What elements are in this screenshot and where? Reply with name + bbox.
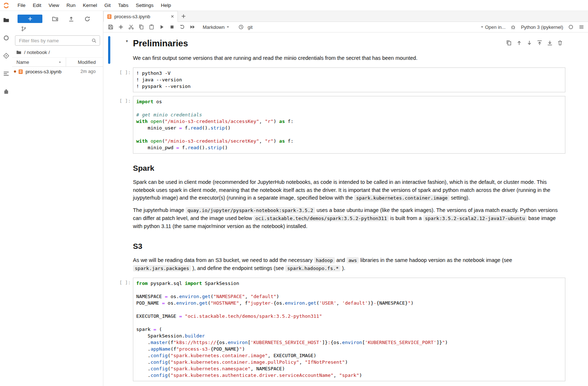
code-editor[interactable]: import os # get minio credentialswith op… xyxy=(133,96,565,154)
inline-code: spark.hadoopo.fs.* xyxy=(285,265,340,271)
markdown-cell[interactable]: SparkSpark can be used in client mode (r… xyxy=(108,157,565,232)
kernel-name-button[interactable]: Python 3 (ipykernel) xyxy=(521,24,563,30)
inline-code: hadoop xyxy=(314,257,335,263)
menu-view[interactable]: View xyxy=(45,0,63,11)
inline-code: aws xyxy=(347,257,359,263)
breadcrumb[interactable]: / notebook / xyxy=(12,46,103,57)
table-of-contents-tab-icon[interactable] xyxy=(3,70,9,77)
move-cell-down-icon[interactable] xyxy=(526,40,532,46)
cell-body: import os # get minio credentialswith op… xyxy=(133,96,565,154)
cell-body: SparkSpark can be used in client mode (r… xyxy=(133,157,565,232)
menu-run[interactable]: Run xyxy=(63,0,79,11)
toolbar-left-icons xyxy=(108,24,200,30)
upload-icon[interactable] xyxy=(68,16,75,22)
interrupt-kernel-icon[interactable] xyxy=(169,24,175,30)
notebook-scroll-area[interactable]: ▼PreliminariesWe can first output some v… xyxy=(103,32,588,386)
file-browser-tab-icon[interactable] xyxy=(3,17,9,23)
code-cell[interactable]: [ ]:from pyspark.sql import SparkSession… xyxy=(108,278,565,381)
heading-collapser-icon[interactable]: ▼ xyxy=(125,39,129,43)
menu-edit[interactable]: Edit xyxy=(29,0,45,11)
sort-ascending-icon[interactable] xyxy=(58,60,62,64)
debugger-bug-icon[interactable] xyxy=(510,24,516,30)
tab-process-s3[interactable]: process-s3.ipynb xyxy=(103,11,178,22)
cell-selection-bar xyxy=(108,36,110,64)
markdown-cell[interactable]: ▼PreliminariesWe can first output some v… xyxy=(108,36,565,64)
markdown-paragraph: Spark can be used in client mode (recomm… xyxy=(133,178,565,202)
running-sessions-tab-icon[interactable] xyxy=(3,35,9,41)
duplicate-cell-icon[interactable] xyxy=(506,40,512,46)
markdown-heading: Spark xyxy=(133,164,565,173)
cell-prompt xyxy=(112,235,133,274)
modified-column-label: Modified xyxy=(78,59,96,65)
close-tab-icon[interactable] xyxy=(170,14,175,19)
inline-code: quay.io/jupyter/pyspark-notebook:spark-3… xyxy=(186,207,315,213)
cell-type-value: Markdown xyxy=(203,24,225,30)
menu-file[interactable]: File xyxy=(14,0,29,11)
move-cell-up-icon[interactable] xyxy=(516,40,522,46)
chevron-down-icon xyxy=(226,25,230,29)
cell-type-dropdown[interactable]: Markdown xyxy=(203,24,230,30)
markdown-paragraph: We can first output some versions that a… xyxy=(133,54,565,62)
new-tab-button[interactable] xyxy=(178,11,189,22)
new-launcher-button[interactable] xyxy=(18,15,42,23)
menu-help[interactable]: Help xyxy=(157,0,175,11)
cell-selection-bar xyxy=(108,235,110,274)
code-cell[interactable]: [ ]:! python3 -V! java --version! pyspar… xyxy=(108,67,565,92)
name-column-label: Name xyxy=(16,59,29,65)
file-filter xyxy=(15,35,100,46)
dock-tab-bar: process-s3.ipynb xyxy=(103,11,588,22)
cell-selection-bar xyxy=(108,278,110,381)
insert-cell-icon[interactable] xyxy=(118,24,124,30)
cell-body: from pyspark.sql import SparkSession NAM… xyxy=(133,278,565,381)
menu-kernel[interactable]: Kernel xyxy=(79,0,101,11)
git-diff-button[interactable]: git xyxy=(248,24,253,30)
insert-cell-below-icon[interactable] xyxy=(547,40,553,46)
git-tab-icon[interactable] xyxy=(3,53,9,59)
markdown-heading: Preliminaries xyxy=(133,38,565,49)
git-clone-icon[interactable] xyxy=(21,26,27,32)
cell-body: ! python3 -V! java --version! pyspark --… xyxy=(133,67,565,92)
code-cell[interactable]: [ ]:import os # get minio credentialswit… xyxy=(108,96,565,154)
open-in-dropdown[interactable]: Open in... xyxy=(480,24,505,30)
cell-prompt: [ ]: xyxy=(112,278,133,381)
kernel-status-icon[interactable] xyxy=(568,24,574,30)
cut-cell-icon[interactable] xyxy=(128,24,134,30)
menu-tabs[interactable]: Tabs xyxy=(114,0,132,11)
file-list: process-s3.ipynb2m ago xyxy=(12,67,103,76)
notebook-toolbar: Markdown git Open in... Python 3 (ipyker… xyxy=(103,22,588,32)
file-filter-input[interactable] xyxy=(15,35,100,46)
code-editor[interactable]: ! python3 -V! java --version! pyspark --… xyxy=(133,67,565,92)
extension-manager-tab-icon[interactable] xyxy=(3,88,9,95)
breadcrumb-path[interactable]: / notebook / xyxy=(24,50,50,55)
refresh-icon[interactable] xyxy=(84,16,91,22)
column-header-name[interactable]: Name xyxy=(12,58,66,66)
restart-kernel-icon[interactable] xyxy=(179,24,185,30)
markdown-cell[interactable]: S3As we will be reading data from an S3 … xyxy=(108,235,565,274)
new-folder-icon[interactable] xyxy=(52,16,58,22)
menu-settings[interactable]: Settings xyxy=(132,0,157,11)
cell-prompt: [ ]: xyxy=(112,67,133,92)
cell-selection-bar xyxy=(108,157,110,232)
menu-git[interactable]: Git xyxy=(101,0,114,11)
paste-cell-icon[interactable] xyxy=(149,24,154,30)
cell-toolbar xyxy=(504,39,565,47)
breadcrumb-folder-icon[interactable] xyxy=(16,50,22,55)
diff-checkpoint-icon[interactable] xyxy=(238,24,244,30)
restart-run-all-icon[interactable] xyxy=(190,24,195,30)
save-icon[interactable] xyxy=(108,24,114,30)
run-cell-icon[interactable] xyxy=(159,24,165,30)
markdown-paragraph: As we will be reading data from an S3 bu… xyxy=(133,256,565,273)
insert-cell-above-icon[interactable] xyxy=(537,40,543,46)
menubar: FileEditViewRunKernelGitTabsSettingsHelp xyxy=(0,0,588,11)
unsaved-dot xyxy=(14,70,16,73)
panel-menu-icon[interactable] xyxy=(579,24,584,30)
cell-selection-bar xyxy=(108,96,110,154)
delete-cell-icon[interactable] xyxy=(557,40,563,46)
file-browser-toolbar-row2 xyxy=(12,23,103,32)
file-row[interactable]: process-s3.ipynb2m ago xyxy=(12,67,103,76)
plus-icon xyxy=(181,13,186,19)
column-header-modified[interactable]: Modified xyxy=(66,58,103,66)
chevron-down-icon xyxy=(480,25,484,29)
copy-cell-icon[interactable] xyxy=(138,24,144,30)
code-editor[interactable]: from pyspark.sql import SparkSession NAM… xyxy=(133,278,565,381)
